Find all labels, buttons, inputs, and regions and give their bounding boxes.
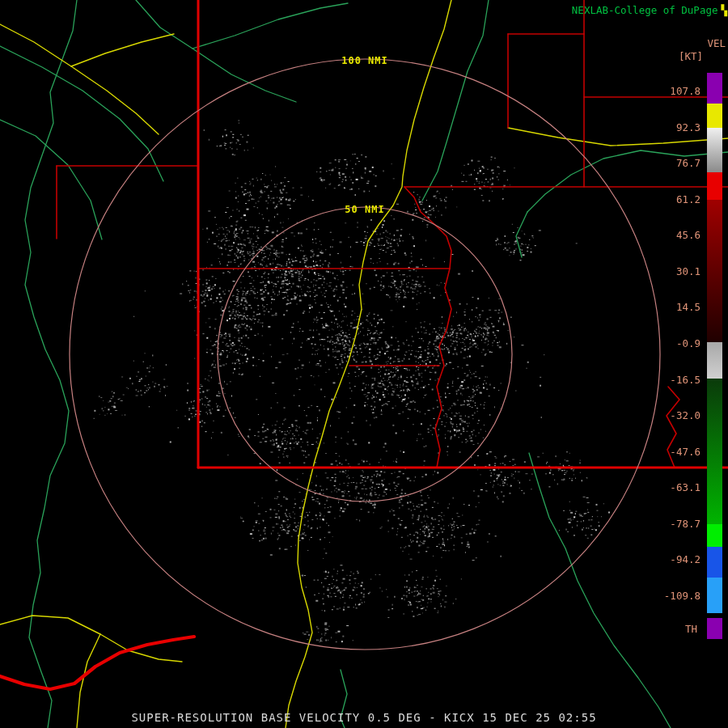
map-layer-rivers	[0, 0, 728, 728]
range-ring-label: 50 NMI	[345, 204, 384, 215]
colorbar-unit-label: VEL	[707, 37, 726, 49]
range-ring-50-nmi	[218, 207, 512, 502]
threshold-color-swatch	[707, 618, 722, 639]
map-layer-highways	[0, 0, 728, 728]
threshold-label: TH	[685, 623, 697, 635]
map-layer-state-boundary	[0, 637, 194, 689]
range-ring-100-nmi	[70, 59, 660, 650]
map-layer-county-boundaries-thick	[198, 0, 728, 468]
colorbar-kt-label: [KT]	[679, 50, 703, 62]
header-brand: NEXLAB-College of DuPage ▚	[572, 4, 727, 16]
map-layer-counties	[57, 0, 728, 468]
velocity-colorbar	[707, 73, 722, 613]
map-overlay: 100 NMI50 NMI	[0, 0, 728, 728]
range-ring-label: 100 NMI	[341, 55, 388, 66]
brand-text: NEXLAB-College of DuPage	[572, 4, 718, 16]
product-caption: SUPER-RESOLUTION BASE VELOCITY 0.5 DEG -…	[0, 711, 728, 724]
brand-logo-icon: ▚	[721, 4, 727, 16]
radar-display: 100 NMI50 NMI NEXLAB-College of DuPage ▚…	[0, 0, 728, 728]
